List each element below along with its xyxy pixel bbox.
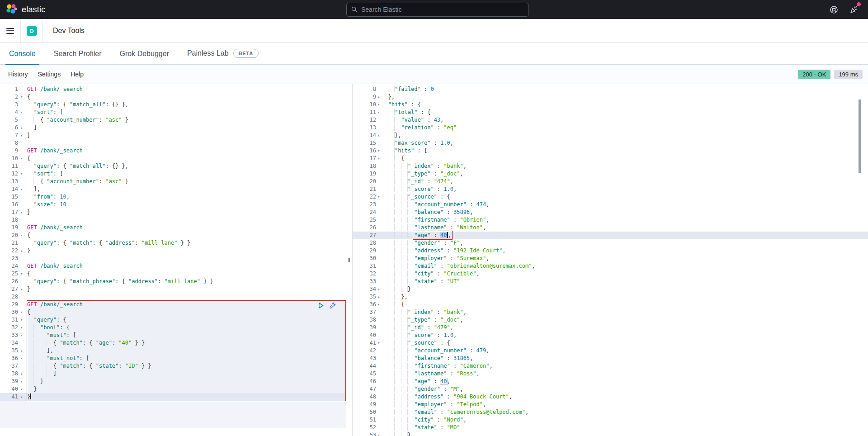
code-line[interactable]: 26 "lastname" : "Walton", [353, 224, 868, 232]
code-text[interactable]: "relation" : "eq" [382, 124, 868, 132]
wrench-icon[interactable] [329, 302, 337, 310]
fold-toggle-icon[interactable]: ▴ [18, 185, 27, 193]
code-text[interactable]: "balance" : 31865, [382, 355, 868, 362]
code-line[interactable]: 26 "query": { "match_phrase": { "address… [0, 278, 346, 285]
code-text[interactable]: "_score" : 1.0, [382, 332, 868, 339]
code-line[interactable]: 9GET /bank/_search [0, 147, 346, 155]
search-input[interactable] [361, 6, 524, 13]
fold-toggle-icon[interactable]: ▾ [18, 109, 27, 116]
code-text[interactable]: } [27, 385, 346, 393]
code-line[interactable]: 29GET /bank/_search [0, 301, 346, 308]
code-text[interactable]: { [27, 270, 346, 278]
code-text[interactable]: { "account_number": "asc" } [27, 116, 346, 124]
fold-toggle-icon[interactable]: ▾ [376, 147, 382, 155]
code-text[interactable]: { [27, 232, 346, 239]
code-text[interactable]: GET /bank/_search [27, 262, 346, 270]
code-line[interactable]: 16 "size": 10 [0, 201, 346, 209]
code-text[interactable]: GET /bank/_search [27, 147, 346, 155]
code-line[interactable]: 35▴ }, [353, 293, 868, 301]
code-text[interactable]: } [382, 431, 868, 436]
code-text[interactable]: ] [27, 124, 346, 132]
code-line[interactable]: 25 "firstname" : "Obrien", [353, 216, 868, 224]
code-line[interactable]: 22▴} [0, 247, 346, 255]
code-line[interactable]: 7▴} [0, 132, 346, 139]
code-line[interactable]: 42 "account_number" : 479, [353, 347, 868, 355]
code-text[interactable]: "_type" : "_doc", [382, 170, 868, 178]
code-text[interactable]: "lastname" : "Walton", [382, 224, 868, 232]
code-text[interactable]: }, [382, 132, 868, 139]
code-line[interactable]: 52 "state" : "MO" [353, 424, 868, 431]
code-text[interactable]: "query": { "match": { "address": "mill l… [27, 239, 346, 247]
code-text[interactable]: "age" : 40, [382, 232, 868, 239]
code-text[interactable]: "hits" : [ [382, 147, 868, 155]
history-link[interactable]: History [8, 71, 28, 78]
code-line[interactable]: 19GET /bank/_search [0, 224, 346, 232]
code-line[interactable]: 24 "balance" : 35896, [353, 209, 868, 216]
code-text[interactable]: } [27, 378, 346, 385]
code-text[interactable]: "city" : "Crucible", [382, 270, 868, 278]
code-line[interactable]: 15 "from": 10, [0, 193, 346, 201]
code-line[interactable]: 35▴ ], [0, 347, 346, 355]
code-line[interactable]: 15 "max_score" : 1.0, [353, 139, 868, 147]
code-line[interactable]: 13 "relation" : "eq" [353, 124, 868, 132]
code-line[interactable]: 34▴ } [353, 285, 868, 293]
code-text[interactable]: { "account_number": "asc" } [27, 178, 346, 185]
code-line[interactable]: 36▾ { [353, 301, 868, 308]
code-line[interactable]: 48 "address" : "904 Bouck Court", [353, 393, 868, 401]
fold-toggle-icon[interactable]: ▴ [18, 132, 27, 139]
send-request-icon[interactable] [316, 302, 325, 310]
code-text[interactable]: "city" : "Nord", [382, 416, 868, 424]
global-search[interactable] [346, 3, 529, 17]
code-text[interactable]: } [27, 247, 346, 255]
fold-toggle-icon[interactable]: ▾ [18, 270, 27, 278]
fold-toggle-icon[interactable]: ▴ [18, 385, 27, 393]
code-text[interactable]: } [27, 132, 346, 139]
code-line[interactable]: 16▾ "hits" : [ [353, 147, 868, 155]
request-editor[interactable]: 1GET /bank/_search2▾{3 "query": { "match… [0, 84, 346, 436]
fold-toggle-icon[interactable]: ▾ [376, 301, 382, 308]
code-line[interactable]: 44 "firstname" : "Cameron", [353, 362, 868, 370]
code-line[interactable]: 28 "gender" : "F", [353, 239, 868, 247]
code-line[interactable]: 13 { "account_number": "asc" } [0, 178, 346, 185]
code-text[interactable]: "query": { "match_phrase": { "address": … [27, 278, 346, 285]
fold-toggle-icon[interactable]: ▴ [18, 209, 27, 216]
fold-toggle-icon[interactable]: ▾ [376, 101, 382, 109]
code-line[interactable]: 30▾{ [0, 308, 346, 316]
code-line[interactable]: 10▾{ [0, 155, 346, 162]
fold-toggle-icon[interactable]: ▾ [18, 332, 27, 339]
code-line[interactable]: 23 [0, 255, 346, 262]
code-line[interactable]: 30 "employer" : "Suremax", [353, 255, 868, 262]
menu-icon[interactable] [0, 19, 21, 43]
code-text[interactable]: "state" : "MO" [382, 424, 868, 431]
code-line[interactable]: 6▴ ] [0, 124, 346, 132]
code-line[interactable]: 47 "gender" : "M", [353, 385, 868, 393]
response-viewer[interactable]: 8 "failed" : 09▴ },10▾ "hits" : {11▾ "to… [352, 84, 868, 436]
code-text[interactable]: "_index" : "bank", [382, 162, 868, 170]
settings-link[interactable]: Settings [38, 71, 61, 78]
elastic-home-link[interactable]: elastic [0, 4, 136, 15]
code-text[interactable]: "must_not": [ [27, 355, 346, 362]
code-text[interactable]: "_type" : "_doc", [382, 316, 868, 324]
code-text[interactable]: "lastname" : "Ross", [382, 370, 868, 378]
code-text[interactable]: "email" : "obrienwalton@suremax.com", [382, 262, 868, 270]
code-text[interactable]: "balance" : 35896, [382, 209, 868, 216]
code-line[interactable]: 33▾ "must": [ [0, 332, 346, 339]
fold-toggle-icon[interactable]: ▴ [376, 431, 382, 436]
code-line[interactable]: 11▾ "total" : { [353, 109, 868, 116]
space-switcher[interactable]: D [21, 19, 43, 43]
code-text[interactable]: "account_number" : 474, [382, 201, 868, 209]
code-line[interactable]: 4▾ "sort": [ [0, 109, 346, 116]
code-text[interactable] [27, 293, 346, 301]
code-line[interactable]: 18 "_index" : "bank", [353, 162, 868, 170]
code-line[interactable]: 21 "query": { "match": { "address": "mil… [0, 239, 346, 247]
code-line[interactable]: 38▴ ] [0, 370, 346, 378]
code-text[interactable]: }, [382, 293, 868, 301]
code-text[interactable]: "address" : "192 Ide Court", [382, 247, 868, 255]
code-line[interactable]: 38 "_type" : "_doc", [353, 316, 868, 324]
code-text[interactable]: "size": 10 [27, 201, 346, 209]
code-line[interactable]: 36▾ "must_not": [ [0, 355, 346, 362]
fold-toggle-icon[interactable]: ▾ [18, 155, 27, 162]
code-line[interactable]: 51 "city" : "Nord", [353, 416, 868, 424]
code-text[interactable]: { [27, 155, 346, 162]
fold-toggle-icon[interactable]: ▾ [376, 339, 382, 347]
